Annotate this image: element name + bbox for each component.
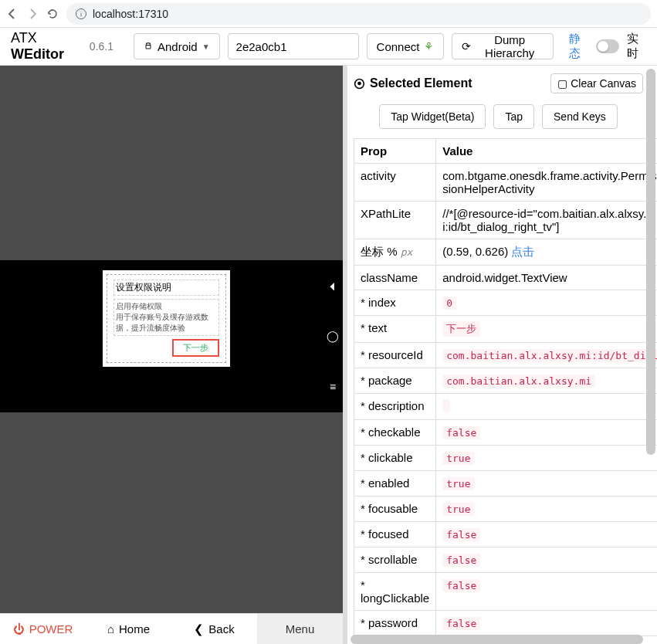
url-text: localhost:17310 bbox=[93, 8, 168, 20]
prop-value: com.baitian.alx.alxsy.mi:id/bt_dial bbox=[436, 343, 657, 368]
prop-key: * password bbox=[354, 611, 436, 636]
prop-key: * clickable bbox=[354, 446, 436, 471]
phone-screen[interactable]: 设置权限说明 启用存储权限 用于保存账号及缓存游戏数据，提升流畅度体验 下一步 bbox=[0, 260, 343, 412]
prop-value: false bbox=[436, 522, 657, 547]
prop-value: 下一步 bbox=[436, 316, 657, 343]
prop-key: activity bbox=[354, 164, 436, 202]
connect-button[interactable]: Connect ⚘ bbox=[367, 33, 445, 59]
mode-toggle[interactable] bbox=[596, 39, 619, 53]
clear-canvas-button[interactable]: ▢ Clear Canvas bbox=[550, 73, 643, 93]
prop-value: com.baitian.alx.alxsy.mi bbox=[436, 368, 657, 394]
power-button[interactable]: ⏻POWER bbox=[0, 614, 86, 644]
horizontal-scrollbar[interactable] bbox=[351, 635, 643, 644]
plant-icon: ⚘ bbox=[424, 40, 434, 53]
home-button[interactable]: ⌂Home bbox=[86, 614, 171, 644]
nav-forward-button[interactable] bbox=[26, 8, 39, 20]
back-button[interactable]: ❮Back bbox=[171, 614, 257, 644]
square-icon: ▢ bbox=[557, 77, 567, 90]
prop-key: * enabled bbox=[354, 471, 436, 497]
android-nav-bar: ⏴ ◯ ≡ bbox=[323, 260, 343, 412]
app-toolbar: ATX WEditor 0.6.1 Android ▼ Connect ⚘ ⟳ … bbox=[0, 27, 657, 66]
static-mode-label[interactable]: 静态 bbox=[569, 32, 588, 61]
prop-value: false bbox=[436, 420, 657, 446]
home-icon: ⌂ bbox=[107, 622, 114, 636]
prop-key: * checkable bbox=[354, 420, 436, 446]
properties-table: PropValue activitycom.btgame.onesdk.fram… bbox=[354, 138, 657, 636]
device-controls: ⏻POWER ⌂Home ❮Back Menu bbox=[0, 613, 343, 644]
dialog-title: 设置权限说明 bbox=[113, 280, 219, 296]
tap-widget-button[interactable]: Tap Widget(Beta) bbox=[379, 104, 486, 129]
send-keys-button[interactable]: Send Keys bbox=[542, 104, 618, 129]
android-home-icon[interactable]: ◯ bbox=[327, 330, 339, 342]
prop-key: * focusable bbox=[354, 497, 436, 522]
app-version: 0.6.1 bbox=[90, 40, 113, 53]
main-split: 设置权限说明 启用存储权限 用于保存账号及缓存游戏数据，提升流畅度体验 下一步 bbox=[0, 66, 657, 644]
platform-select[interactable]: Android ▼ bbox=[134, 33, 220, 59]
panel-title: ⦿ Selected Element bbox=[354, 76, 472, 90]
prop-value: (0.59, 0.626) 点击 bbox=[436, 239, 657, 266]
prop-key: * text bbox=[354, 316, 436, 343]
realtime-mode-label[interactable]: 实时 bbox=[627, 32, 646, 61]
prop-value: android.widget.TextView bbox=[436, 266, 657, 290]
prop-key: * package bbox=[354, 368, 436, 394]
power-icon: ⏻ bbox=[13, 622, 25, 636]
prop-value: true bbox=[436, 497, 657, 522]
prop-key: * description bbox=[354, 394, 436, 420]
prop-value: true bbox=[436, 446, 657, 471]
refresh-icon: ⟳ bbox=[462, 40, 471, 53]
device-input[interactable] bbox=[228, 33, 359, 59]
nav-reload-button[interactable] bbox=[46, 8, 59, 20]
prop-key: * scrollable bbox=[354, 547, 436, 573]
prop-key: * longClickable bbox=[354, 573, 436, 611]
menu-button[interactable]: Menu bbox=[257, 614, 343, 644]
tap-button[interactable]: Tap bbox=[493, 104, 534, 129]
prop-value bbox=[436, 394, 657, 420]
prop-value: false bbox=[436, 573, 657, 611]
th-prop: Prop bbox=[354, 139, 436, 164]
nav-back-button[interactable] bbox=[6, 8, 19, 20]
dialog-body: 启用存储权限 用于保存账号及缓存游戏数据，提升流畅度体验 bbox=[113, 299, 219, 336]
android-icon bbox=[144, 42, 153, 51]
dump-hierarchy-button[interactable]: ⟳ Dump Hierarchy bbox=[452, 33, 553, 59]
prop-value: false bbox=[436, 611, 657, 636]
prop-key: * resourceId bbox=[354, 343, 436, 368]
device-panel: 设置权限说明 启用存储权限 用于保存账号及缓存游戏数据，提升流畅度体验 下一步 bbox=[0, 66, 343, 644]
android-recents-icon[interactable]: ≡ bbox=[330, 381, 336, 393]
prop-key: className bbox=[354, 266, 436, 290]
phone-area: 设置权限说明 启用存储权限 用于保存账号及缓存游戏数据，提升流畅度体验 下一步 bbox=[0, 66, 343, 613]
prop-value: 0 bbox=[436, 290, 657, 316]
prop-key: * focused bbox=[354, 522, 436, 547]
prop-value: false bbox=[436, 547, 657, 573]
chevron-left-icon: ❮ bbox=[194, 622, 204, 636]
prop-key: * index bbox=[354, 290, 436, 316]
th-value: Value bbox=[436, 139, 657, 164]
info-icon: i bbox=[76, 8, 86, 19]
permission-dialog: 设置权限说明 启用存储权限 用于保存账号及缓存游戏数据，提升流畅度体验 下一步 bbox=[103, 270, 230, 367]
prop-key: XPathLite bbox=[354, 202, 436, 239]
prop-value: true bbox=[436, 471, 657, 497]
target-icon: ⦿ bbox=[354, 77, 365, 90]
address-bar[interactable]: i localhost:17310 bbox=[66, 3, 651, 25]
prop-key: 坐标 % px bbox=[354, 239, 436, 266]
app-brand: ATX WEditor bbox=[11, 30, 80, 63]
vertical-scrollbar[interactable] bbox=[646, 69, 655, 636]
prop-value: com.btgame.onesdk.frame.activity.Permiss… bbox=[436, 164, 657, 202]
action-row: Tap Widget(Beta) Tap Send Keys bbox=[354, 104, 643, 129]
caret-down-icon: ▼ bbox=[202, 42, 210, 51]
prop-value: //*[@resource-id="com.baitian.alx.alxsy.… bbox=[436, 202, 657, 239]
android-back-icon[interactable]: ⏴ bbox=[327, 280, 338, 292]
dialog-next-button[interactable]: 下一步 bbox=[172, 339, 219, 357]
coord-click-link[interactable]: 点击 bbox=[511, 245, 534, 258]
inspector-panel: ⦿ Selected Element ▢ Clear Canvas Tap Wi… bbox=[343, 66, 657, 644]
browser-chrome: i localhost:17310 bbox=[0, 0, 657, 27]
